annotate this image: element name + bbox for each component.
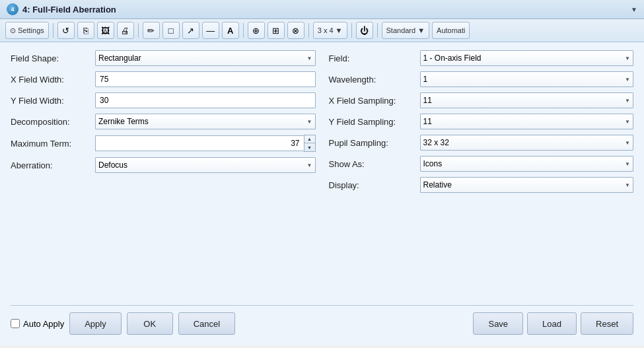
- pupil-sampling-select-wrapper: 16 x 16 32 x 32 64 x 64 128 x 128: [420, 135, 634, 151]
- field-select-wrapper: 1 - On-axis Field 2 - Off-axis Field: [420, 50, 634, 66]
- display-select[interactable]: Relative Absolute: [420, 177, 634, 193]
- grid-size-label: 3 x 4: [318, 26, 334, 34]
- y-field-sampling-select-wrapper: 5 7 9 11 13: [420, 114, 634, 129]
- aberration-select-wrapper: Defocus Astigmatism Coma Spherical: [95, 157, 316, 173]
- window-icon: 4: [7, 3, 18, 15]
- copy-button[interactable]: ⎘: [77, 22, 94, 39]
- decomposition-row: Decomposition: Zernike Terms Seidel Stan…: [11, 114, 316, 129]
- reset-button[interactable]: Reset: [581, 312, 633, 335]
- auto-apply-checkbox[interactable]: [11, 319, 20, 328]
- x-field-width-label: X Field Width:: [11, 75, 90, 85]
- layers-button[interactable]: ⊗: [287, 22, 304, 39]
- x-field-width-input[interactable]: [95, 71, 316, 87]
- aberration-select[interactable]: Defocus Astigmatism Coma Spherical: [95, 157, 316, 173]
- apply-button[interactable]: Apply: [69, 312, 122, 335]
- divider: [11, 305, 633, 306]
- show-as-select[interactable]: Icons Values Both: [420, 156, 634, 172]
- auto-label: Automati: [437, 26, 465, 34]
- y-field-width-input[interactable]: [95, 92, 316, 108]
- standard-label: Standard: [386, 26, 416, 34]
- pupil-sampling-label: Pupil Sampling:: [329, 138, 415, 148]
- maximum-term-row: Maximum Term: ▲ ▼: [11, 135, 316, 152]
- y-field-width-row: Y Field Width:: [11, 92, 316, 108]
- decomposition-label: Decomposition:: [11, 117, 90, 127]
- title-bar: 4 4: Full-Field Aberration ▼: [0, 0, 644, 19]
- stamp-button[interactable]: ⊕: [248, 22, 265, 39]
- toolbar-separator-2: [138, 23, 139, 38]
- auto-button[interactable]: Automati: [432, 22, 470, 39]
- power-button[interactable]: ⏻: [356, 22, 373, 39]
- pencil-button[interactable]: ✏: [143, 22, 160, 39]
- toolbar-separator-5: [351, 23, 352, 38]
- pupil-sampling-select[interactable]: 16 x 16 32 x 32 64 x 64 128 x 128: [420, 135, 634, 151]
- standard-arrow-icon: ▼: [417, 26, 425, 34]
- y-field-sampling-row: Y Field Sampling: 5 7 9 11 13: [329, 114, 634, 129]
- load-button[interactable]: Load: [527, 312, 577, 335]
- show-as-label: Show As:: [329, 159, 415, 169]
- display-label: Display:: [329, 180, 415, 190]
- ok-button[interactable]: OK: [127, 312, 173, 335]
- line-button[interactable]: —: [202, 22, 219, 39]
- field-shape-select-wrapper: Rectangular Circular Elliptical: [95, 50, 316, 66]
- bottom-bar: Auto Apply Apply OK Cancel Save Load Res…: [11, 312, 633, 337]
- wavelength-select[interactable]: 1 2 3: [420, 71, 634, 87]
- x-field-width-row: X Field Width:: [11, 71, 316, 87]
- cancel-button[interactable]: Cancel: [178, 312, 235, 335]
- text-button[interactable]: A: [222, 22, 239, 39]
- field-label: Field:: [329, 53, 415, 63]
- settings-button[interactable]: ⊙ Settings: [5, 22, 49, 39]
- decomposition-select-wrapper: Zernike Terms Seidel Standard: [95, 114, 316, 129]
- standard-button[interactable]: Standard ▼: [382, 22, 430, 39]
- print-button[interactable]: 🖨: [117, 22, 134, 39]
- left-form-col: Field Shape: Rectangular Circular Ellipt…: [11, 50, 316, 298]
- arrow-button[interactable]: ↗: [182, 22, 199, 39]
- form-area: Field Shape: Rectangular Circular Ellipt…: [11, 50, 633, 298]
- field-row: Field: 1 - On-axis Field 2 - Off-axis Fi…: [329, 50, 634, 66]
- rectangle-button[interactable]: □: [162, 22, 180, 39]
- x-field-sampling-select[interactable]: 5 7 9 11 13: [420, 92, 634, 108]
- bottom-right: Save Load Reset: [473, 312, 633, 335]
- maximum-term-spinner: ▲ ▼: [95, 135, 316, 152]
- aberration-row: Aberration: Defocus Astigmatism Coma Sph…: [11, 157, 316, 173]
- maximum-term-label: Maximum Term:: [11, 139, 90, 149]
- x-field-sampling-select-wrapper: 5 7 9 11 13: [420, 92, 634, 108]
- grid-size-arrow-icon: ▼: [336, 26, 343, 34]
- grid-view-button[interactable]: ⊞: [268, 22, 285, 39]
- toolbar-separator-1: [53, 23, 54, 38]
- main-content: Field Shape: Rectangular Circular Ellipt…: [0, 42, 644, 345]
- toolbar-separator-4: [308, 23, 309, 38]
- wavelength-select-wrapper: 1 2 3: [420, 71, 634, 87]
- save-button[interactable]: Save: [473, 312, 523, 335]
- field-shape-select[interactable]: Rectangular Circular Elliptical: [95, 50, 316, 66]
- title-bar-right: ▼: [631, 6, 637, 13]
- grid-size-button[interactable]: 3 x 4 ▼: [313, 22, 347, 39]
- refresh-button[interactable]: ↺: [57, 22, 75, 39]
- auto-apply-label: Auto Apply: [23, 319, 64, 329]
- toolbar-separator-3: [243, 23, 244, 38]
- settings-chevron-icon: ⊙: [10, 26, 16, 35]
- display-row: Display: Relative Absolute: [329, 177, 634, 193]
- image-button[interactable]: 🖼: [97, 22, 114, 39]
- title-bar-left: 4 4: Full-Field Aberration: [7, 3, 116, 15]
- spinner-up-button[interactable]: ▲: [304, 135, 315, 143]
- show-as-select-wrapper: Icons Values Both: [420, 156, 634, 172]
- y-field-sampling-select[interactable]: 5 7 9 11 13: [420, 114, 634, 129]
- auto-apply-check: Auto Apply: [11, 319, 64, 329]
- y-field-sampling-label: Y Field Sampling:: [329, 117, 415, 127]
- settings-label: Settings: [18, 26, 44, 34]
- show-as-row: Show As: Icons Values Both: [329, 156, 634, 172]
- title-dropdown-icon[interactable]: ▼: [631, 6, 637, 13]
- aberration-label: Aberration:: [11, 160, 90, 170]
- x-field-sampling-label: X Field Sampling:: [329, 96, 415, 106]
- wavelength-row: Wavelength: 1 2 3: [329, 71, 634, 87]
- pupil-sampling-row: Pupil Sampling: 16 x 16 32 x 32 64 x 64 …: [329, 135, 634, 151]
- display-select-wrapper: Relative Absolute: [420, 177, 634, 193]
- maximum-term-input[interactable]: [95, 135, 304, 151]
- field-shape-row: Field Shape: Rectangular Circular Ellipt…: [11, 50, 316, 66]
- decomposition-select[interactable]: Zernike Terms Seidel Standard: [95, 114, 316, 129]
- field-select[interactable]: 1 - On-axis Field 2 - Off-axis Field: [420, 50, 634, 66]
- right-form-col: Field: 1 - On-axis Field 2 - Off-axis Fi…: [329, 50, 634, 298]
- bottom-left: Auto Apply Apply OK Cancel: [11, 312, 235, 335]
- spinner-down-button[interactable]: ▼: [304, 143, 315, 151]
- toolbar: ⊙ Settings ↺ ⎘ 🖼 🖨 ✏ □ ↗ — A ⊕ ⊞ ⊗ 3 x 4…: [0, 19, 644, 42]
